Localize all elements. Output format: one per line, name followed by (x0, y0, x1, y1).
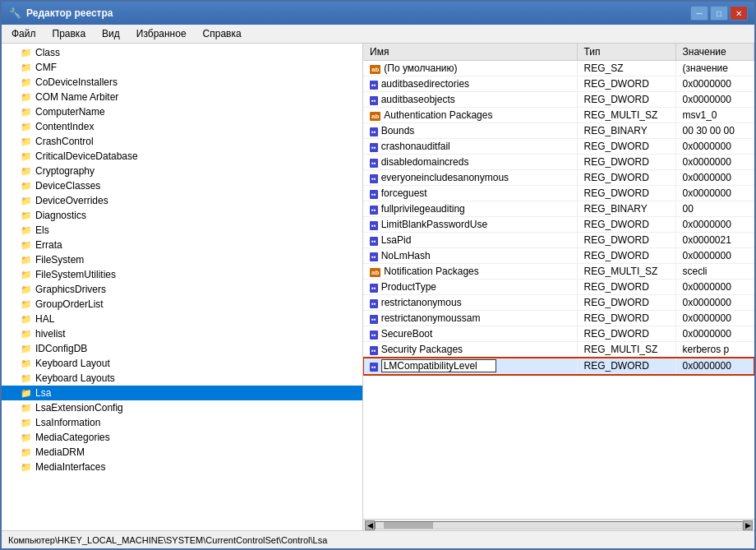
registry-name-input[interactable] (381, 359, 496, 372)
scrollbar-track[interactable] (375, 521, 743, 529)
tree-item-label: LsaExtensionConfig (35, 402, 123, 414)
tree-item[interactable]: DeviceOverrides (2, 193, 362, 208)
tree-item[interactable]: Keyboard Layout (2, 356, 362, 371)
tree-item[interactable]: CMF (2, 60, 362, 75)
table-row[interactable]: ▪▪REG_DWORD0x0000000 (363, 358, 754, 375)
registry-type-cell: REG_DWORD (577, 76, 675, 92)
table-row[interactable]: ▪▪auditbaseobjectsREG_DWORD0x0000000 (363, 92, 754, 108)
registry-table[interactable]: Имя Тип Значение ab(По умолчанию)REG_SZ(… (363, 44, 754, 519)
registry-value-cell: 0x0000000 (675, 76, 754, 92)
tree-item[interactable]: GraphicsDrivers (2, 282, 362, 297)
registry-value-cell: 00 (675, 201, 754, 217)
tree-item[interactable]: MediaDRM (2, 445, 362, 460)
table-row[interactable]: ▪▪LimitBlankPasswordUseREG_DWORD0x000000… (363, 217, 754, 233)
tree-item[interactable]: ContentIndex (2, 119, 362, 134)
tree-item[interactable]: CrashControl (2, 134, 362, 149)
registry-name-cell: ▪▪restrictanonymous (363, 295, 577, 311)
reg-icon: ▪▪ (370, 156, 381, 168)
table-row[interactable]: ▪▪Security PackagesREG_MULTI_SZkerberos … (363, 342, 754, 358)
table-row[interactable]: ▪▪ProductTypeREG_DWORD0x0000000 (363, 280, 754, 295)
tree-item[interactable]: Errata (2, 238, 362, 252)
table-row[interactable]: ab(По умолчанию)REG_SZ(значение (363, 61, 754, 76)
table-row[interactable]: ▪▪crashonauditfailREG_DWORD0x0000000 (363, 139, 754, 155)
registry-value-cell: 0x0000000 (675, 358, 754, 375)
folder-icon (20, 416, 33, 429)
tree-item[interactable]: LsaInformation (2, 415, 362, 430)
reg-icon: ▪▪ (370, 187, 381, 199)
status-bar: Компьютер\HKEY_LOCAL_MACHINE\SYSTEM\Curr… (2, 530, 754, 548)
reg-icon: ▪▪ (370, 328, 381, 340)
tree-item[interactable]: LsaExtensionConfig (2, 400, 362, 415)
tree-item[interactable]: CriticalDeviceDatabase (2, 149, 362, 164)
minimize-button[interactable]: ─ (690, 6, 708, 21)
registry-name-label: ProductType (381, 281, 436, 293)
tree-item[interactable]: Cryptography (2, 164, 362, 178)
tree-area[interactable]: ClassCMFCoDeviceInstallersCOM Name Arbit… (2, 44, 362, 530)
reg-icon: ▪▪ (370, 312, 381, 324)
registry-name-label: LimitBlankPasswordUse (381, 219, 487, 230)
tree-item[interactable]: HAL (2, 312, 362, 326)
scroll-right-btn[interactable]: ▶ (743, 520, 753, 530)
tree-item[interactable]: Els (2, 223, 362, 238)
table-row[interactable]: abAuthentication PackagesREG_MULTI_SZmsv… (363, 108, 754, 123)
tree-item[interactable]: Lsa (2, 386, 362, 400)
registry-name-cell: ▪▪disabledomaincreds (363, 155, 577, 170)
table-row[interactable]: ▪▪auditbasedirectoriesREG_DWORD0x0000000 (363, 76, 754, 92)
tree-item[interactable]: Diagnostics (2, 208, 362, 223)
folder-icon (20, 283, 33, 296)
tree-item[interactable]: Keyboard Layouts (2, 371, 362, 386)
tree-item[interactable]: MediaInterfaces (2, 460, 362, 474)
tree-item-label: MediaInterfaces (35, 461, 105, 473)
table-row[interactable]: ▪▪restrictanonymousREG_DWORD0x0000000 (363, 295, 754, 311)
table-row[interactable]: ▪▪NoLmHashREG_DWORD0x0000000 (363, 248, 754, 264)
tree-item[interactable]: IDConfigDB (2, 341, 362, 356)
table-row[interactable]: ▪▪fullprivilegeauditingREG_BINARY00 (363, 201, 754, 217)
table-row[interactable]: ▪▪forceguestREG_DWORD0x0000000 (363, 186, 754, 201)
maximize-button[interactable]: □ (710, 6, 728, 21)
registry-name-label: crashonauditfail (381, 141, 450, 152)
horizontal-scrollbar[interactable]: ◀ ▶ (363, 519, 754, 530)
scroll-left-btn[interactable]: ◀ (365, 520, 375, 530)
table-row[interactable]: ▪▪disabledomaincredsREG_DWORD0x0000000 (363, 155, 754, 170)
tree-item[interactable]: ComputerName (2, 104, 362, 119)
registry-name-label: Security Packages (381, 344, 463, 355)
menu-favorites[interactable]: Избранное (130, 26, 193, 41)
registry-value-cell: 0x0000000 (675, 280, 754, 295)
registry-value-cell: 0x0000000 (675, 139, 754, 155)
tree-item[interactable]: CoDeviceInstallers (2, 75, 362, 90)
table-row[interactable]: ▪▪restrictanonymoussamREG_DWORD0x0000000 (363, 311, 754, 326)
registry-name-cell: ▪▪crashonauditfail (363, 139, 577, 155)
registry-type-cell: REG_DWORD (577, 280, 675, 295)
registry-value-cell: kerberos p (675, 342, 754, 358)
tree-item[interactable]: MediaCategories (2, 430, 362, 445)
registry-type-cell: REG_DWORD (577, 326, 675, 342)
table-row[interactable]: ▪▪LsaPidREG_DWORD0x0000021 (363, 233, 754, 248)
tree-item[interactable]: DeviceClasses (2, 178, 362, 193)
registry-type-cell: REG_MULTI_SZ (577, 342, 675, 358)
registry-name-cell: ▪▪NoLmHash (363, 248, 577, 264)
tree-item[interactable]: FileSystemUtilities (2, 267, 362, 282)
tree-item[interactable]: Class (2, 45, 362, 60)
registry-type-cell: REG_MULTI_SZ (577, 108, 675, 123)
tree-item-label: GraphicsDrivers (35, 284, 106, 295)
menu-edit[interactable]: Правка (46, 26, 93, 41)
folder-icon (20, 446, 33, 459)
menu-view[interactable]: Вид (95, 26, 127, 41)
registry-type-cell: REG_DWORD (577, 139, 675, 155)
menu-file[interactable]: Файл (5, 26, 43, 41)
tree-item[interactable]: FileSystem (2, 252, 362, 267)
table-row[interactable]: ▪▪SecureBootREG_DWORD0x0000000 (363, 326, 754, 342)
tree-item[interactable]: COM Name Arbiter (2, 90, 362, 104)
table-row[interactable]: ▪▪BoundsREG_BINARY00 30 00 00 (363, 123, 754, 139)
tree-item[interactable]: GroupOrderList (2, 297, 362, 312)
table-header: Имя Тип Значение (363, 44, 754, 61)
table-row[interactable]: ▪▪everyoneincludesanonymousREG_DWORD0x00… (363, 170, 754, 186)
close-button[interactable]: ✕ (730, 6, 748, 21)
registry-name-cell: ▪▪auditbaseobjects (363, 92, 577, 108)
col-value: Значение (675, 44, 754, 61)
menu-help[interactable]: Справка (196, 26, 248, 41)
tree-item[interactable]: hivelist (2, 326, 362, 341)
registry-value-cell: msv1_0 (675, 108, 754, 123)
folder-icon (20, 312, 33, 326)
table-row[interactable]: abNotification PackagesREG_MULTI_SZscecl… (363, 264, 754, 280)
